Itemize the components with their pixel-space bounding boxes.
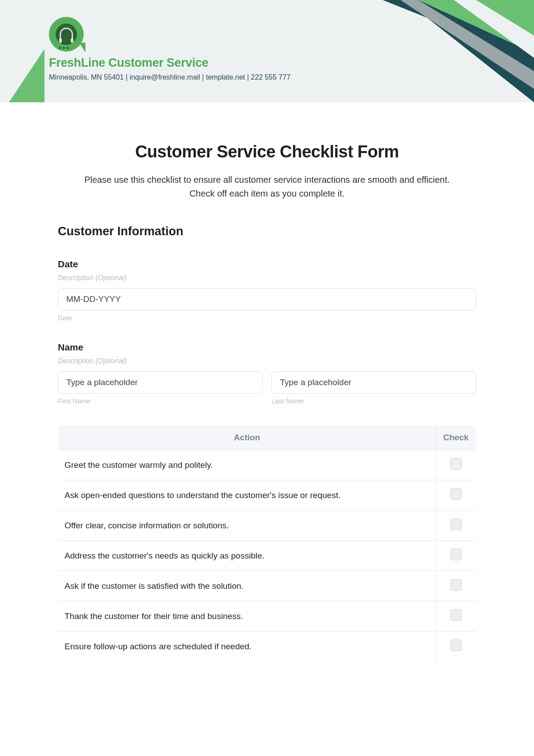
first-name-input[interactable]: [58, 371, 263, 394]
table-row: Ask if the customer is satisfied with th…: [58, 571, 476, 601]
svg-marker-2: [418, 0, 534, 53]
col-check-header: Check: [436, 426, 476, 450]
check-cell: [436, 480, 476, 511]
table-row: Address the customer's needs as quickly …: [58, 541, 476, 571]
checkbox[interactable]: [450, 519, 462, 530]
svg-marker-4: [454, 0, 534, 58]
check-cell: [436, 511, 476, 541]
action-cell: Thank the customer for their time and bu…: [58, 601, 436, 631]
date-sublabel: Date: [58, 314, 476, 322]
form-intro: Please use this checklist to ensure all …: [76, 173, 458, 201]
header-band: FreshLine Customer Service Minneapolis, …: [0, 0, 534, 102]
checkbox[interactable]: [450, 609, 462, 621]
last-name-input[interactable]: [271, 371, 476, 394]
date-input[interactable]: [58, 288, 476, 310]
field-date: Date Description (Optional) Date: [58, 259, 476, 322]
brand-name: FreshLine Customer Service: [49, 56, 291, 70]
svg-marker-0: [347, 0, 534, 89]
action-cell: Address the customer's needs as quickly …: [58, 541, 436, 571]
action-cell: Offer clear, concise information or solu…: [58, 511, 436, 541]
brand-contact-line: Minneapolis, MN 55401 | inquire@freshlin…: [49, 73, 291, 81]
page-body: Customer Service Checklist Form Please u…: [0, 102, 534, 680]
checkbox[interactable]: [450, 579, 462, 591]
decorative-triangle: [0, 49, 44, 102]
checkbox[interactable]: [450, 639, 462, 651]
table-row: Greet the customer warmly and politely.: [58, 450, 476, 480]
check-cell: [436, 450, 476, 480]
checkbox[interactable]: [450, 549, 462, 560]
first-name-sublabel: First Name: [58, 397, 263, 405]
logo-block: FreshLine Customer Service Minneapolis, …: [49, 17, 291, 81]
date-desc: Description (Optional): [58, 274, 476, 282]
table-row: Offer clear, concise information or solu…: [58, 511, 476, 541]
last-name-sublabel: Last Name: [271, 397, 476, 405]
action-cell: Ensure follow-up actions are scheduled i…: [58, 631, 436, 662]
name-label: Name: [58, 342, 476, 353]
table-row: Ask open-ended questions to understand t…: [58, 480, 476, 511]
checklist-body: Greet the customer warmly and politely.A…: [58, 450, 476, 662]
table-row: Ensure follow-up actions are scheduled i…: [58, 631, 476, 662]
name-desc: Description (Optional): [58, 357, 476, 365]
checklist-table: Action Check Greet the customer warmly a…: [58, 425, 476, 662]
checkbox[interactable]: [450, 488, 462, 500]
svg-marker-1: [383, 0, 534, 102]
svg-marker-3: [400, 0, 534, 89]
section-customer-info: Customer Information: [58, 225, 476, 238]
field-name: Name Description (Optional) First Name L…: [58, 342, 476, 405]
action-cell: Ask open-ended questions to understand t…: [58, 480, 436, 511]
action-cell: Ask if the customer is satisfied with th…: [58, 571, 436, 601]
check-cell: [436, 601, 476, 631]
check-cell: [436, 631, 476, 662]
decorative-shapes: [267, 0, 534, 102]
col-action-header: Action: [58, 426, 436, 450]
logo-icon: [49, 17, 84, 52]
check-cell: [436, 571, 476, 601]
table-row: Thank the customer for their time and bu…: [58, 601, 476, 631]
action-cell: Greet the customer warmly and politely.: [58, 450, 436, 480]
checkbox[interactable]: [450, 458, 462, 470]
check-cell: [436, 541, 476, 571]
form-title: Customer Service Checklist Form: [58, 142, 476, 161]
date-label: Date: [58, 259, 476, 269]
